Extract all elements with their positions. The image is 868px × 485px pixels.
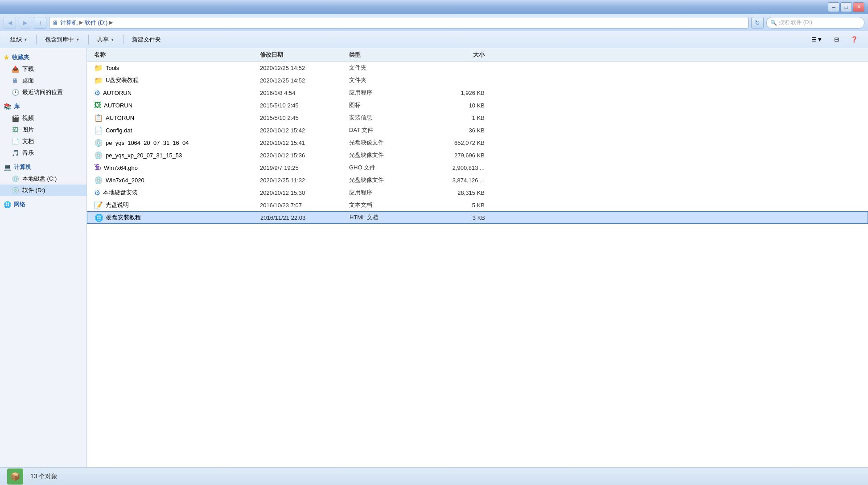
toolbar-separator-2	[88, 35, 89, 45]
table-row[interactable]: 📁 Tools 2020/12/25 14:52 文件夹	[87, 62, 868, 74]
file-name-text: 硬盘安装教程	[106, 214, 141, 222]
sidebar-item-documents[interactable]: 📄 文档	[0, 136, 86, 147]
breadcrumb-sep-2: ▶	[109, 20, 113, 25]
search-icon: 🔍	[770, 20, 777, 26]
refresh-button[interactable]: ↻	[751, 17, 764, 29]
star-icon: ★	[4, 54, 9, 61]
images-label: 图片	[22, 126, 34, 134]
music-icon: 🎵	[11, 148, 20, 157]
sidebar-item-images[interactable]: 🖼 图片	[0, 124, 86, 136]
table-row[interactable]: 📁 U盘安装教程 2020/12/25 14:52 文件夹	[87, 74, 868, 86]
new-folder-button[interactable]: 新建文件夹	[127, 33, 166, 46]
sidebar-item-music[interactable]: 🎵 音乐	[0, 147, 86, 159]
sidebar-favorites-header[interactable]: ★ 收藏夹	[0, 52, 86, 63]
organize-label: 组织	[10, 36, 22, 44]
organize-button[interactable]: 组织 ▼	[5, 33, 33, 46]
breadcrumb-drive[interactable]: 软件 (D:)	[85, 19, 107, 27]
file-list-body: 📁 Tools 2020/12/25 14:52 文件夹 📁 U盘安装教程 20…	[87, 62, 868, 467]
close-button[interactable]: ✕	[853, 2, 864, 12]
file-name-text: AUTORUN	[103, 90, 132, 96]
col-header-name[interactable]: 名称	[91, 51, 260, 59]
file-size-cell: 1,926 KB	[429, 90, 492, 96]
preview-pane-button[interactable]: ⊟	[829, 33, 844, 46]
table-row[interactable]: 💿 pe_yqs_1064_20_07_31_16_04 2020/10/12 …	[87, 136, 868, 149]
back-button[interactable]: ◀	[4, 17, 16, 29]
file-date-cell: 2016/11/21 22:03	[260, 214, 350, 221]
file-name-cell: ⚙ AUTORUN	[91, 89, 260, 97]
file-type-cell: 光盘映像文件	[349, 151, 429, 159]
table-row[interactable]: 📄 Config.dat 2020/10/12 15:42 DAT 文件 36 …	[87, 124, 868, 136]
up-button[interactable]: ↑	[34, 17, 46, 29]
file-type-cell: 应用程序	[349, 89, 429, 97]
file-name-text: AUTORUN	[104, 102, 132, 109]
file-name-cell: 💿 pe_yqs_1064_20_07_31_16_04	[91, 139, 260, 147]
documents-icon: 📄	[11, 137, 20, 146]
add-to-library-label: 包含到库中	[45, 36, 74, 44]
file-date-cell: 2020/10/12 15:30	[260, 189, 349, 196]
table-row[interactable]: 📝 光盘说明 2016/10/23 7:07 文本文档 5 KB	[87, 199, 868, 211]
minimize-button[interactable]: ─	[828, 2, 839, 12]
table-row[interactable]: 🗜 Win7x64.gho 2019/9/7 19:25 GHO 文件 2,90…	[87, 161, 868, 174]
table-row[interactable]: 🖼 AUTORUN 2015/5/10 2:45 图标 10 KB	[87, 99, 868, 111]
help-button[interactable]: ❓	[846, 33, 863, 46]
table-row[interactable]: 💿 Win7x64_2020 2020/12/25 11:32 光盘映像文件 3…	[87, 174, 868, 186]
sidebar-network-header[interactable]: 🌐 网络	[0, 199, 86, 210]
file-name-cell: 📁 Tools	[91, 64, 260, 72]
file-name-text: Tools	[106, 65, 119, 71]
toolbar: 组织 ▼ 包含到库中 ▼ 共享 ▼ 新建文件夹 ☰▼ ⊟ ❓	[0, 31, 868, 48]
desktop-label: 桌面	[22, 77, 34, 85]
file-name-text: Win7x64_2020	[106, 177, 144, 184]
file-name-cell: 📋 AUTORUN	[91, 114, 260, 122]
sidebar-item-drive-d[interactable]: 💿 软件 (D:)	[0, 185, 86, 196]
breadcrumb[interactable]: 🖥 计算机 ▶ 软件 (D:) ▶	[49, 17, 749, 29]
forward-button[interactable]: ▶	[19, 17, 31, 29]
video-icon: 🎬	[11, 114, 20, 123]
sidebar-item-recent[interactable]: 🕐 最近访问的位置	[0, 86, 86, 98]
add-to-library-button[interactable]: 包含到库中 ▼	[40, 33, 85, 46]
sidebar-item-desktop[interactable]: 🖥 桌面	[0, 75, 86, 86]
sidebar-item-drive-c[interactable]: 💿 本地磁盘 (C:)	[0, 173, 86, 185]
table-row[interactable]: ⚙ AUTORUN 2016/1/8 4:54 应用程序 1,926 KB	[87, 86, 868, 99]
search-bar[interactable]: 🔍 搜索 软件 (D:)	[766, 17, 864, 29]
address-bar: ◀ ▶ ↑ 🖥 计算机 ▶ 软件 (D:) ▶ ↻ 🔍 搜索 软件 (D:)	[0, 14, 868, 31]
file-name-text: U盘安装教程	[106, 76, 139, 84]
sidebar-item-video[interactable]: 🎬 视频	[0, 112, 86, 124]
table-row[interactable]: 💿 pe_yqs_xp_20_07_31_15_53 2020/10/12 15…	[87, 149, 868, 161]
table-row[interactable]: 🌐 硬盘安装教程 2016/11/21 22:03 HTML 文档 3 KB	[87, 211, 868, 224]
status-count: 13 个对象	[30, 473, 58, 481]
col-header-type[interactable]: 类型	[349, 51, 429, 59]
file-icon: 💿	[94, 139, 103, 147]
table-row[interactable]: ⚙ 本地硬盘安装 2020/10/12 15:30 应用程序 28,315 KB	[87, 186, 868, 199]
breadcrumb-computer[interactable]: 计算机	[60, 19, 78, 27]
video-label: 视频	[22, 114, 34, 122]
file-size-cell: 28,315 KB	[429, 189, 492, 196]
view-options-button[interactable]: ☰▼	[806, 33, 827, 46]
sidebar-item-download[interactable]: 📥 下载	[0, 63, 86, 75]
toolbar-right: ☰▼ ⊟ ❓	[806, 33, 863, 46]
sidebar-favorites-section: ★ 收藏夹 📥 下载 🖥 桌面 🕐 最近访问的位置	[0, 52, 86, 98]
file-icon: 📁	[94, 76, 103, 85]
toolbar-separator-1	[36, 35, 37, 45]
share-button[interactable]: 共享 ▼	[92, 33, 119, 46]
status-icon: 📦	[7, 469, 23, 485]
recent-label: 最近访问的位置	[22, 88, 63, 96]
file-name-cell: 📝 光盘说明	[91, 201, 260, 210]
file-date-cell: 2016/10/23 7:07	[260, 202, 349, 209]
maximize-button[interactable]: □	[840, 2, 852, 12]
col-header-date[interactable]: 修改日期	[260, 51, 349, 59]
file-type-cell: 文件夹	[349, 76, 429, 84]
library-label: 库	[14, 103, 20, 111]
sidebar-library-header[interactable]: 📚 库	[0, 101, 86, 112]
drive-d-label: 软件 (D:)	[22, 186, 45, 194]
table-row[interactable]: 📋 AUTORUN 2015/5/10 2:45 安装信息 1 KB	[87, 111, 868, 124]
file-type-cell: 文件夹	[349, 64, 429, 72]
file-name-text: 光盘说明	[106, 201, 129, 209]
file-size-cell: 5 KB	[429, 202, 492, 209]
file-icon: 📁	[94, 64, 103, 72]
file-size-cell: 36 KB	[429, 127, 492, 134]
file-type-cell: DAT 文件	[349, 126, 429, 134]
sidebar-computer-header[interactable]: 💻 计算机	[0, 161, 86, 173]
file-size-cell: 3 KB	[430, 214, 492, 221]
file-type-cell: HTML 文档	[350, 214, 430, 222]
col-header-size[interactable]: 大小	[429, 51, 492, 59]
